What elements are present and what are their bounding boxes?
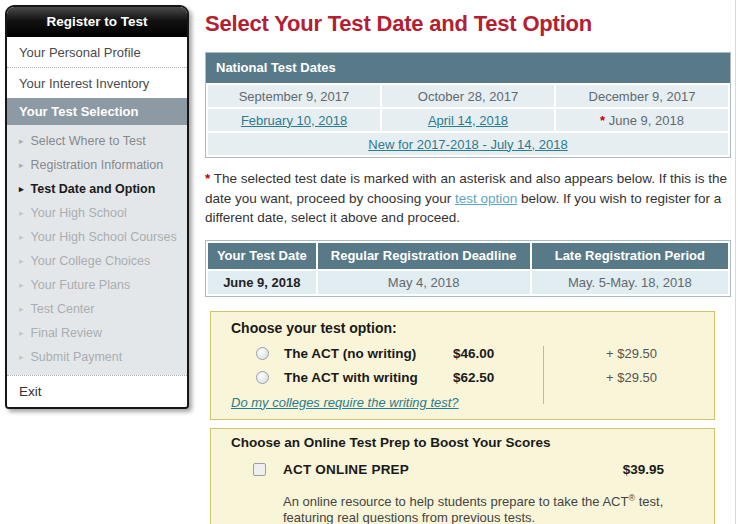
chevron-right-icon: ▸ [19, 233, 24, 242]
sidebar-item-label: Submit Payment [31, 350, 123, 364]
checkbox-act-online-prep[interactable] [253, 463, 266, 476]
sidebar-item-exit[interactable]: Exit [7, 375, 187, 407]
table-header-row: Your Test Date Regular Registration Dead… [207, 242, 729, 270]
col-header-your-test-date: Your Test Date [207, 242, 317, 270]
option-label: The ACT with writing [284, 370, 453, 385]
option-row-with-writing: The ACT with writing $62.50 + $29.50 [211, 366, 714, 390]
table-row: February 10, 2018 April 14, 2018 * June … [207, 108, 729, 132]
product-name: ACT ONLINE PREP [283, 462, 409, 477]
sidebar-item-label: Your High School Courses [31, 230, 177, 244]
description-line1: An online resource to help students prep… [283, 494, 663, 509]
date-cell-jul-14: New for 2017-2018 - July 14, 2018 [207, 132, 729, 156]
selected-asterisk: * [600, 113, 605, 128]
option-label: The ACT (no writing) [284, 346, 453, 361]
date-link-feb-10[interactable]: February 10, 2018 [241, 113, 347, 128]
sidebar-item-personal-profile[interactable]: Your Personal Profile [7, 37, 187, 67]
chevron-right-icon: ▸ [19, 329, 24, 338]
cell-regular-deadline: May 4, 2018 [317, 270, 531, 295]
table-row: June 9, 2018 May 4, 2018 May. 5-May. 18,… [207, 270, 729, 295]
radio-act-with-writing[interactable] [256, 371, 269, 384]
sidebar-sub-list: ▸ Select Where to Test ▸ Registration In… [7, 125, 187, 375]
your-test-date-table: Your Test Date Regular Registration Dead… [205, 240, 731, 297]
sidebar-item-label: Your High School [31, 206, 127, 220]
option-row-no-writing: The ACT (no writing) $46.00 + $29.50 [211, 342, 714, 366]
sidebar-item-interest-inventory[interactable]: Your Interest Inventory [7, 67, 187, 98]
date-cell-oct-28: October 28, 2017 [381, 84, 555, 108]
sidebar-section-test-selection: Your Test Selection [7, 98, 187, 125]
sidebar-item-future-plans: ▸ Your Future Plans [7, 273, 187, 297]
option-late-fee: + $29.50 [606, 346, 657, 361]
sidebar-item-label: Test Date and Option [31, 182, 156, 196]
test-prep-heading: Choose an Online Test Prep to Boost Your… [231, 435, 714, 451]
sidebar-item-label: Test Center [31, 302, 95, 316]
date-cell-sep-9: September 9, 2017 [207, 84, 381, 108]
sidebar-item-label: Final Review [31, 326, 103, 340]
test-option-box: Choose your test option: The ACT (no wri… [210, 311, 715, 420]
chevron-right-icon: ▸ [19, 353, 24, 362]
radio-act-no-writing[interactable] [256, 347, 269, 360]
chevron-right-icon: ▸ [19, 305, 24, 314]
sidebar-item-label: Your Future Plans [31, 278, 131, 292]
date-link-jul-14[interactable]: New for 2017-2018 - July 14, 2018 [368, 137, 567, 152]
product-description: An online resource to help students prep… [283, 490, 714, 524]
price-fee-divider [543, 346, 544, 404]
chevron-right-icon: ▸ [19, 257, 24, 266]
date-cell-apr-14: April 14, 2018 [381, 108, 555, 132]
date-cell-jun-9-selected: * June 9, 2018 [555, 108, 729, 132]
online-test-prep-box: Choose an Online Test Prep to Boost Your… [210, 428, 715, 524]
option-price: $46.00 [453, 346, 523, 361]
chevron-right-icon: ▸ [19, 161, 24, 170]
table-row: New for 2017-2018 - July 14, 2018 [207, 132, 729, 156]
sidebar-item-final-review: ▸ Final Review [7, 321, 187, 345]
sidebar-item-label: Your College Choices [31, 254, 151, 268]
sidebar-item-high-school-courses: ▸ Your High School Courses [7, 225, 187, 249]
sidebar-item-college-choices: ▸ Your College Choices [7, 249, 187, 273]
selected-date-text: June 9, 2018 [609, 113, 684, 128]
test-option-heading: Choose your test option: [231, 320, 714, 336]
page-right-border [735, 0, 736, 524]
sidebar-item-select-where-to-test[interactable]: ▸ Select Where to Test [7, 129, 187, 153]
description-line2: featuring real questions from previous t… [283, 510, 535, 524]
col-header-late-period: Late Registration Period [531, 242, 729, 270]
col-header-regular-deadline: Regular Registration Deadline [317, 242, 531, 270]
sidebar-item-submit-payment: ▸ Submit Payment [7, 345, 187, 369]
page-title: Select Your Test Date and Test Option [205, 11, 731, 37]
product-price: $39.95 [623, 462, 664, 477]
selected-date-note: * The selected test date is marked with … [205, 169, 731, 228]
registration-steps-sidebar: Register to Test Your Personal Profile Y… [5, 5, 189, 409]
chevron-right-icon: ▸ [19, 185, 24, 194]
date-cell-feb-10: February 10, 2018 [207, 108, 381, 132]
sidebar-item-registration-information[interactable]: ▸ Registration Information [7, 153, 187, 177]
colleges-writing-test-link[interactable]: Do my colleges require the writing test? [231, 395, 459, 410]
option-price: $62.50 [453, 370, 523, 385]
national-test-dates-table: National Test Dates September 9, 2017 Oc… [205, 52, 731, 158]
test-option-link[interactable]: test option [455, 191, 517, 206]
cell-your-test-date: June 9, 2018 [207, 270, 317, 295]
prep-product-row: ACT ONLINE PREP $39.95 [211, 461, 714, 479]
sidebar-item-test-date-and-option[interactable]: ▸ Test Date and Option [7, 177, 187, 201]
main-content: Select Your Test Date and Test Option Na… [205, 0, 731, 524]
chevron-right-icon: ▸ [19, 209, 24, 218]
chevron-right-icon: ▸ [19, 281, 24, 290]
national-test-dates-header: National Test Dates [206, 53, 730, 83]
date-link-apr-14[interactable]: April 14, 2018 [428, 113, 508, 128]
sidebar-item-label: Registration Information [31, 158, 164, 172]
sidebar-item-your-high-school: ▸ Your High School [7, 201, 187, 225]
sidebar-title: Register to Test [7, 7, 187, 37]
date-cell-dec-9: December 9, 2017 [555, 84, 729, 108]
sidebar-item-test-center: ▸ Test Center [7, 297, 187, 321]
chevron-right-icon: ▸ [19, 137, 24, 146]
sidebar-item-label: Select Where to Test [31, 134, 146, 148]
page: Register to Test Your Personal Profile Y… [0, 0, 738, 524]
option-late-fee: + $29.50 [606, 370, 657, 385]
table-row: September 9, 2017 October 28, 2017 Decem… [207, 84, 729, 108]
cell-late-period: May. 5-May. 18, 2018 [531, 270, 729, 295]
